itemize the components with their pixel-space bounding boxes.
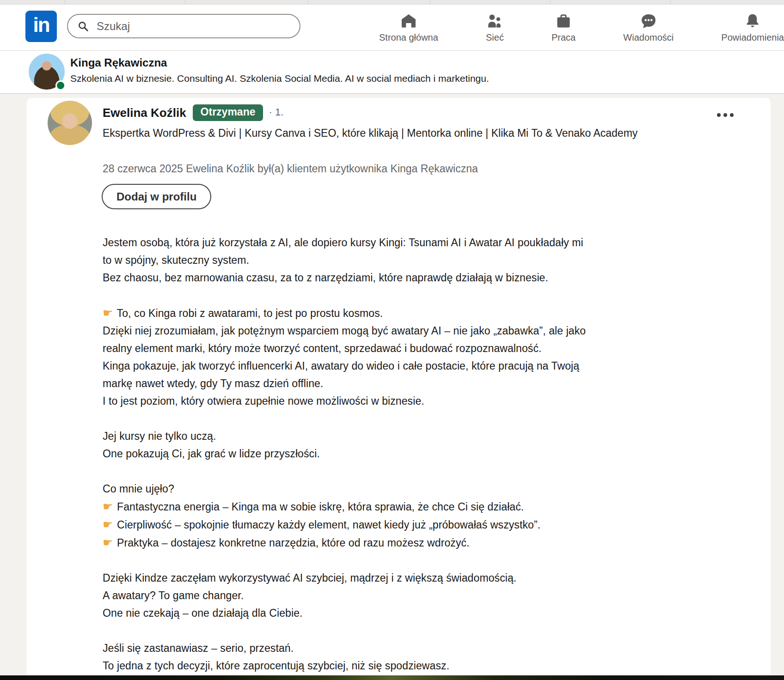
nav-item-home[interactable]: Strona główna [379,5,438,51]
post-text-line: Kinga pokazuje, jak tworzyć influencerki… [103,357,759,375]
post-text-line: Jestem osobą, która już korzystała z AI,… [103,234,759,251]
post-text-line: Dzięki niej zrozumiałam, jak potężnym ws… [103,322,759,340]
bell-icon [744,12,761,30]
profile-banner: Kinga Rękawiczna Szkolenia AI w biznesie… [0,51,784,94]
post-text-line: To jedna z tych decyzji, które zaprocent… [103,657,759,674]
home-icon [400,12,417,30]
post-text-line: ☛ Cierpliwość – spokojnie tłumaczy każdy… [103,516,759,534]
nav-item-network[interactable]: Sieć [486,5,504,51]
avatar[interactable] [29,54,65,90]
recommendation-header: Ewelina KoźlikOtrzymane· 1. [103,104,283,121]
network-icon [486,12,503,30]
post-text-line [103,462,759,480]
pointing-finger-emoji: ☛ [103,536,113,549]
presence-indicator [55,80,66,91]
post-text-line: Jej kursy nie tylko uczą. [103,427,759,445]
recommendation-card: Ewelina KoźlikOtrzymane· 1. Ekspertka Wo… [27,98,771,675]
author-headline: Ekspertka WordPress & Divi | Kursy Canva… [103,125,717,142]
search-icon [77,20,89,32]
recommendation-text: Jestem osobą, która już korzystała z AI,… [103,234,759,674]
nav-item-label: Strona główna [379,32,438,43]
browser-tab-strip [0,0,784,5]
author-name[interactable]: Ewelina Koźlik [103,106,186,120]
post-text-line: One nie czekają – one działają dla Ciebi… [103,604,759,622]
post-text-line: Co mnie ujęło? [103,480,759,498]
pointing-finger-emoji: ☛ [103,518,113,531]
post-text-line [103,622,759,639]
nav-item-label: Sieć [486,32,504,43]
post-text-line: markę nawet wtedy, gdy Ty masz dzień off… [103,375,759,392]
post-text-line: Bez chaosu, bez marnowania czasu, za to … [103,269,759,286]
post-text-line: ☛ Fantastyczna energia – Kinga ma w sobi… [103,498,759,516]
add-to-profile-button[interactable]: Dodaj w profilu [102,184,211,209]
linkedin-logo[interactable]: in [25,11,57,42]
status-badge: Otrzymane [193,104,263,121]
recommendation-meta: 28 czerwca 2025 Ewelina Koźlik był(a) kl… [103,163,478,175]
nav-item-label: Praca [551,32,576,43]
pointing-finger-emoji: ☛ [103,306,113,319]
post-text-line: One pokazują Ci, jak grać w lidze przysz… [103,445,759,462]
pointing-finger-emoji: ☛ [103,500,113,513]
profile-headline: Szkolenia AI w biznesie. Consulting AI. … [70,73,489,84]
post-text-line [103,410,759,427]
post-text-line: Dzięki Kindze zaczęłam wykorzystywać AI … [103,569,759,587]
profile-name[interactable]: Kinga Rękawiczna [70,56,167,69]
next-post-media-edge [0,675,784,680]
badge-suffix: · 1. [269,106,283,118]
messaging-icon [640,12,657,30]
overflow-menu-icon[interactable] [716,112,735,120]
post-text-line: ☛ Praktyka – dostajesz konkretne narzędz… [103,534,759,552]
post-text-line [103,552,759,569]
post-text-line: A awatary? To game changer. [103,587,759,604]
post-text-line [103,286,759,304]
nav-items: Strona główna Sieć Praca [379,5,784,51]
nav-item-label: Wiadomości [623,32,674,43]
nav-item-notifications[interactable]: Powiadomienia [721,5,784,51]
search-input[interactable] [97,20,291,33]
post-text-line: to w spójny, skuteczny system. [103,251,759,269]
search-box[interactable] [67,14,300,38]
nav-item-label: Powiadomienia [721,32,784,43]
top-navbar: in Strona główna Sieć [0,5,784,51]
avatar[interactable] [48,101,92,145]
post-text-line: Jeśli się zastanawiasz – serio, przestań… [103,639,759,657]
post-text-line: ☛ To, co Kinga robi z awatarami, to jest… [103,304,759,322]
post-text-line: I to jest poziom, który otwiera zupełnie… [103,392,759,410]
nav-item-jobs[interactable]: Praca [551,5,576,51]
briefcase-icon [555,12,572,30]
nav-item-messaging[interactable]: Wiadomości [623,5,674,51]
post-text-line: realny element marki, który może tworzyć… [103,340,759,357]
